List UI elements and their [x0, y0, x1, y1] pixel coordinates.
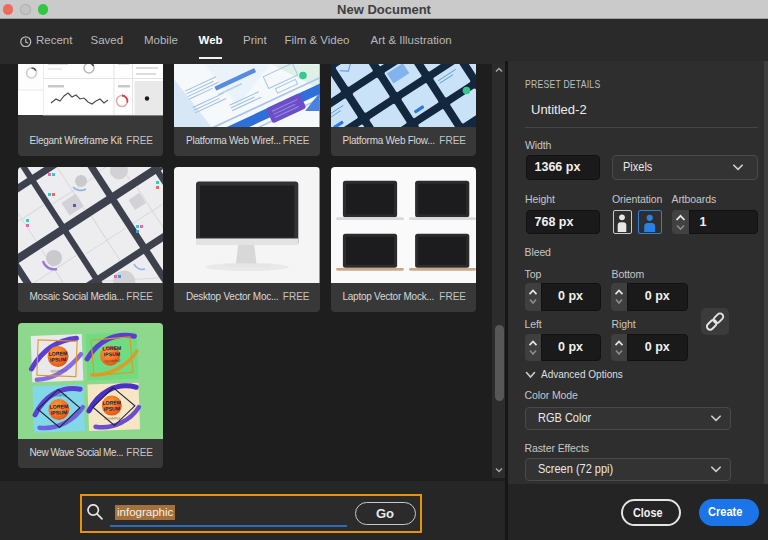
svg-text:#EXAMPLE: #EXAMPLE: [49, 393, 66, 398]
svg-text:IPSUM: IPSUM: [103, 350, 120, 357]
svg-text:IPSUM: IPSUM: [50, 409, 67, 416]
svg-text:IPSUM: IPSUM: [103, 405, 120, 412]
svg-text:#EXAMPLE: #EXAMPLE: [50, 368, 67, 373]
svg-text:IPSUM: IPSUM: [49, 356, 66, 363]
svg-text:#EXAMPLE: #EXAMPLE: [103, 416, 120, 421]
svg-text:#EXAMPLE: #EXAMPLE: [103, 358, 120, 363]
